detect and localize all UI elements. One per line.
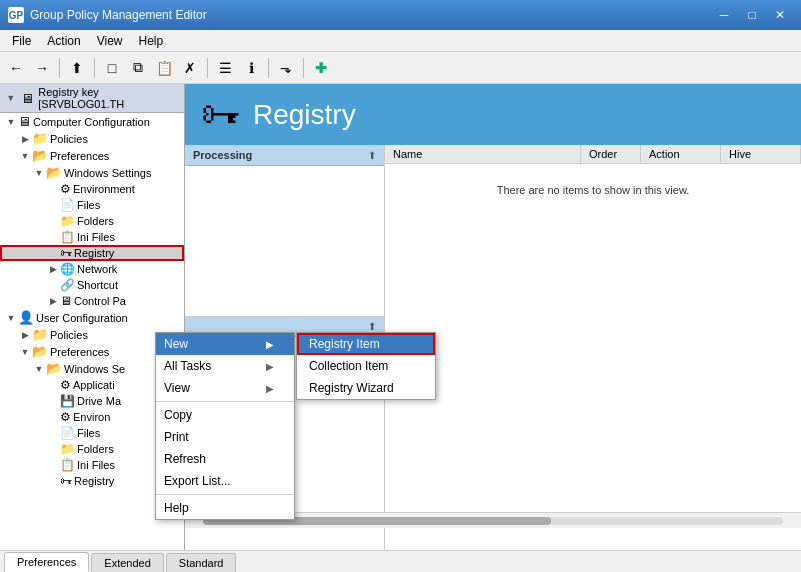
- tree-label-user-prefs: Preferences: [50, 346, 109, 358]
- back-button[interactable]: ←: [4, 56, 28, 80]
- cm-item-export[interactable]: Export List...: [156, 470, 294, 492]
- drive-icon: 💾: [60, 394, 75, 408]
- cm-item-help[interactable]: Help: [156, 497, 294, 519]
- up-button[interactable]: ⬆: [65, 56, 89, 80]
- tab-preferences[interactable]: Preferences: [4, 552, 89, 572]
- copy-button[interactable]: ⧉: [126, 56, 150, 80]
- network-icon: 🌐: [60, 262, 75, 276]
- tree-root-arrow[interactable]: [4, 93, 17, 103]
- tree-label-network: Network: [77, 263, 117, 275]
- forward-button[interactable]: →: [30, 56, 54, 80]
- tree-item-files[interactable]: 📄 Files: [0, 197, 184, 213]
- list-empty-message: There are no items to show in this view.: [385, 164, 801, 216]
- tree-label-folders: Folders: [77, 215, 114, 227]
- cm-item-print[interactable]: Print: [156, 426, 294, 448]
- tree-item-registry[interactable]: 🗝 Registry: [0, 245, 184, 261]
- tree-item-environment[interactable]: ⚙ Environment: [0, 181, 184, 197]
- tree-label-user-policies: Policies: [50, 329, 88, 341]
- tree-item-windows-settings[interactable]: 📂 Windows Settings: [0, 164, 184, 181]
- bottom-tabs: Preferences Extended Standard: [0, 550, 801, 572]
- cm-arrow-view: ▶: [266, 383, 274, 394]
- paste-button[interactable]: 📋: [152, 56, 176, 80]
- tree-item-folders[interactable]: 📁 Folders: [0, 213, 184, 229]
- menu-help[interactable]: Help: [131, 32, 172, 50]
- context-menu[interactable]: New ▶ All Tasks ▶ View ▶ Copy Print Refr…: [155, 332, 295, 520]
- tree-item-shortcut[interactable]: 🔗 Shortcut: [0, 277, 184, 293]
- cp-icon: 🖥: [60, 294, 72, 308]
- maximize-button[interactable]: □: [739, 5, 765, 25]
- show-hide-button[interactable]: □: [100, 56, 124, 80]
- col-hive[interactable]: Hive: [721, 145, 801, 163]
- folder-icon-user-prefs: 📂: [32, 344, 48, 359]
- files-icon: 📄: [60, 198, 75, 212]
- folder-icon-policies-1: 📁: [32, 131, 48, 146]
- properties-button[interactable]: ☰: [213, 56, 237, 80]
- tree-arrow-network: [46, 264, 60, 274]
- filter-button[interactable]: ⬎: [274, 56, 298, 80]
- tree-arrow-user-prefs: [18, 347, 32, 357]
- cm-item-alltasks[interactable]: All Tasks ▶: [156, 355, 294, 377]
- sm-item-registry-wizard[interactable]: Registry Wizard: [297, 377, 435, 399]
- tree-arrow-cp: [46, 296, 60, 306]
- cm-label-alltasks: All Tasks: [164, 359, 211, 373]
- tree-label-files-user: Files: [77, 427, 100, 439]
- processing-collapse-btn[interactable]: ⬆: [368, 150, 376, 161]
- main-layout: 🖥 Registry key [SRVBLOG01.TH 🖥 Computer …: [0, 84, 801, 550]
- tree-arrow-winsettings: [32, 168, 46, 178]
- registry-header: 🗝 Registry: [185, 84, 801, 145]
- right-pane: Name Order Action Hive There are no item…: [385, 145, 801, 550]
- help-button[interactable]: ℹ: [239, 56, 263, 80]
- cm-item-refresh[interactable]: Refresh: [156, 448, 294, 470]
- cm-label-export: Export List...: [164, 474, 231, 488]
- ini-user-icon: 📋: [60, 458, 75, 472]
- delete-button[interactable]: ✗: [178, 56, 202, 80]
- cm-item-copy[interactable]: Copy: [156, 404, 294, 426]
- cm-sep-2: [156, 494, 294, 495]
- toolbar: ← → ⬆ □ ⧉ 📋 ✗ ☰ ℹ ⬎ ✚: [0, 52, 801, 84]
- menu-file[interactable]: File: [4, 32, 39, 50]
- col-order[interactable]: Order: [581, 145, 641, 163]
- menu-view[interactable]: View: [89, 32, 131, 50]
- filter-collapse-btn[interactable]: ⬆: [368, 321, 376, 332]
- add-button[interactable]: ✚: [309, 56, 333, 80]
- folders-icon: 📁: [60, 214, 75, 228]
- computer-icon: 🖥: [18, 114, 31, 129]
- tree-arrow-prefs-1: [18, 151, 32, 161]
- cm-sep-1: [156, 401, 294, 402]
- cm-item-view[interactable]: View ▶: [156, 377, 294, 399]
- registry-user-icon: 🗝: [60, 474, 72, 488]
- tree-item-controlpanel[interactable]: 🖥 Control Pa: [0, 293, 184, 309]
- tree-item-preferences-1[interactable]: 📂 Preferences: [0, 147, 184, 164]
- files-user-icon: 📄: [60, 426, 75, 440]
- sm-item-registry-item[interactable]: Registry Item: [297, 333, 435, 355]
- sm-label-registry-item: Registry Item: [309, 337, 380, 351]
- menu-action[interactable]: Action: [39, 32, 88, 50]
- toolbar-sep-4: [268, 58, 269, 78]
- col-action[interactable]: Action: [641, 145, 721, 163]
- cm-item-new[interactable]: New ▶: [156, 333, 294, 355]
- tab-standard[interactable]: Standard: [166, 553, 237, 572]
- tree-item-user-config[interactable]: 👤 User Configuration: [0, 309, 184, 326]
- menu-bar: File Action View Help: [0, 30, 801, 52]
- tree-item-ini-files[interactable]: 📋 Ini Files: [0, 229, 184, 245]
- tree-arrow-policies-1: [18, 134, 32, 144]
- tab-extended[interactable]: Extended: [91, 553, 163, 572]
- tree-label-applicati: Applicati: [73, 379, 115, 391]
- tree-item-network[interactable]: 🌐 Network: [0, 261, 184, 277]
- tree-label-registry-user: Registry: [74, 475, 114, 487]
- title-bar-buttons: ─ □ ✕: [711, 5, 793, 25]
- col-name[interactable]: Name: [385, 145, 581, 163]
- shortcut-icon: 🔗: [60, 278, 75, 292]
- left-pane-body: [185, 166, 384, 316]
- tree-item-policies-1[interactable]: 📁 Policies: [0, 130, 184, 147]
- sm-item-collection-item[interactable]: Collection Item: [297, 355, 435, 377]
- tree-item-computer-config[interactable]: 🖥 Computer Configuration: [0, 113, 184, 130]
- close-button[interactable]: ✕: [767, 5, 793, 25]
- tree-label-user-windows-settings: Windows Se: [64, 363, 125, 375]
- new-submenu[interactable]: Registry Item Collection Item Registry W…: [296, 332, 436, 400]
- ini-icon: 📋: [60, 230, 75, 244]
- tree-label-shortcut: Shortcut: [77, 279, 118, 291]
- tree-arrow-user-winsettings: [32, 364, 46, 374]
- minimize-button[interactable]: ─: [711, 5, 737, 25]
- folder-icon-winsettings: 📂: [46, 165, 62, 180]
